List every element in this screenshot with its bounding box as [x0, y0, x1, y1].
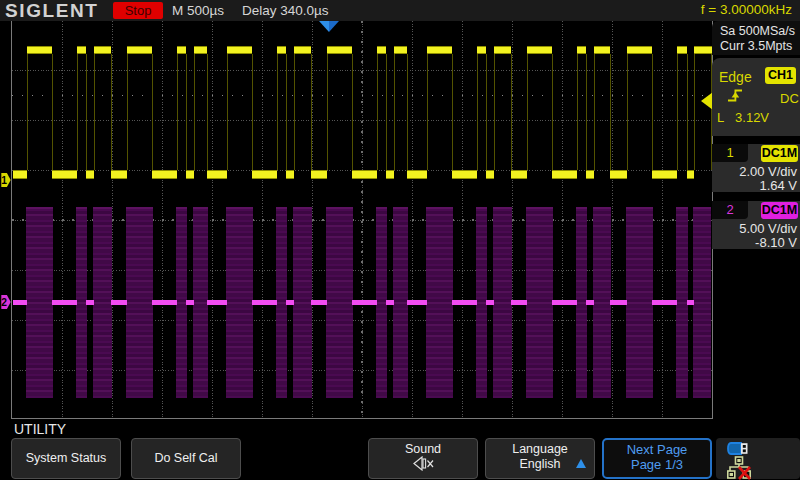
svg-text:2: 2 [1, 297, 7, 308]
svg-text:1: 1 [1, 175, 7, 186]
